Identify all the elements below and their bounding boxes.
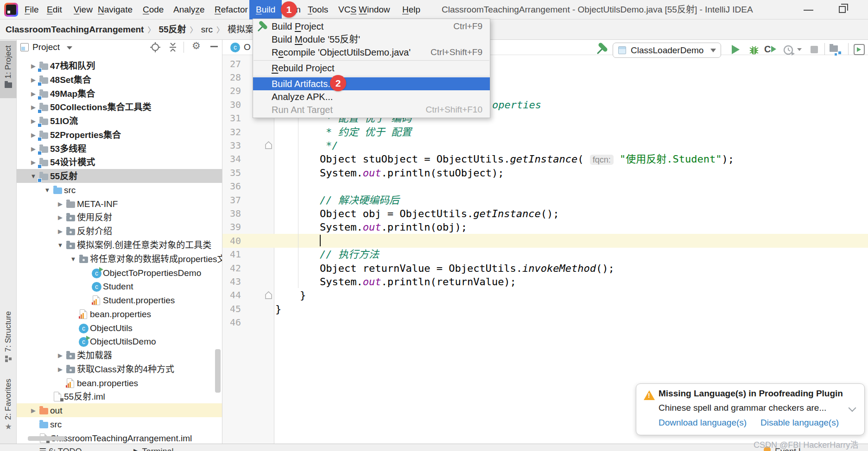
tree-item-将任意对象的数据转成properties文[interactable]: ▼将任意对象的数据转成properties文 <box>17 252 222 266</box>
tree-item-objecttopropertiesdemo[interactable]: cObjectToPropertiesDemo <box>17 266 222 280</box>
settings-gear-icon[interactable]: ⚙ <box>192 40 201 51</box>
tree-item-objectutilsdemo[interactable]: cObjectUtilsDemo <box>17 334 222 348</box>
tree-item-47栈和队列[interactable]: ▶47栈和队列 <box>17 59 222 73</box>
tree-item-53多线程[interactable]: ▶53多线程 <box>17 142 222 156</box>
sidebar-tab-favorites[interactable]: 2: Favorites ★ <box>0 379 17 436</box>
tree-expand-arrow[interactable]: ▶ <box>29 404 38 418</box>
tree-expand-arrow[interactable]: ▶ <box>29 59 38 73</box>
menu-item-recompile-objectutilsdemo-java[interactable]: Recompile 'ObjectUtilsDemo.java'Ctrl+Shi… <box>253 46 490 59</box>
tree-item-55反射[interactable]: ▼55反射 <box>17 169 222 183</box>
breadcrumb-item-classroomteachingarrangement[interactable]: ClassroomTeachingArrangement <box>6 25 144 34</box>
menu-item-build-module-55反射[interactable]: Build Module '55反射' <box>253 33 490 46</box>
run-tool-window-icon[interactable] <box>854 44 865 55</box>
code-fold-marker[interactable] <box>265 291 272 299</box>
tree-expand-arrow[interactable]: ▶ <box>56 211 65 225</box>
module-file-icon <box>52 392 64 402</box>
profiler-chevron-icon[interactable] <box>797 48 802 51</box>
tree-item-src[interactable]: src <box>17 417 222 431</box>
menu-view[interactable]: View <box>74 0 93 19</box>
tree-expand-arrow[interactable]: ▶ <box>29 156 38 169</box>
menu-edit[interactable]: Edit <box>47 0 62 19</box>
tree-expand-arrow[interactable]: ▶ <box>29 128 38 142</box>
tree-expand-arrow[interactable]: ▶ <box>29 100 38 114</box>
tree-item-label: 47栈和队列 <box>50 61 95 71</box>
menu-help[interactable]: Help <box>402 0 420 19</box>
tree-item-49map集合[interactable]: ▶49Map集合 <box>17 87 222 100</box>
sidebar-tab-structure[interactable]: 7: Structure <box>0 311 17 369</box>
debug-icon[interactable] <box>747 43 761 57</box>
tree-item-54设计模式[interactable]: ▶54设计模式 <box>17 155 222 169</box>
code-line-35: System.out.println(stuObject); <box>320 166 504 180</box>
tree-expand-arrow[interactable]: ▶ <box>29 114 38 128</box>
tree-item-bean-properties[interactable]: bean.properties <box>17 376 222 390</box>
download-languages-link[interactable]: Download language(s) <box>659 418 747 428</box>
menu-window[interactable]: Window <box>359 0 390 19</box>
sidebar-tab-project[interactable]: 1: Project <box>0 41 17 98</box>
menu-navigate[interactable]: Navigate <box>98 0 133 19</box>
tree-item-50collections集合工具类[interactable]: ▶50Collections集合工具类 <box>17 100 222 114</box>
tree-expand-arrow[interactable]: ▼ <box>56 238 65 252</box>
tree-expand-arrow[interactable]: ▶ <box>56 349 65 363</box>
menu-item-build-artifacts[interactable]: Build Artifacts... <box>253 77 490 90</box>
tree-item-bean-properties[interactable]: bean.properties <box>17 307 222 321</box>
tree-item-student[interactable]: cStudent <box>17 279 222 293</box>
expand-chevron-icon[interactable] <box>849 404 856 412</box>
profiler-icon[interactable] <box>782 44 795 56</box>
run-configuration-select[interactable]: ClassLoaderDemo <box>613 43 721 58</box>
locate-file-icon[interactable] <box>150 42 160 52</box>
tree-expand-arrow[interactable]: ▼ <box>43 183 52 197</box>
tree-item-objectutils[interactable]: cObjectUtils <box>17 321 222 335</box>
editor-tab-objectutilsdemo[interactable]: O <box>244 40 251 55</box>
terminal-tab[interactable]: ▶ Terminal <box>133 446 174 451</box>
tree-expand-arrow[interactable]: ▼ <box>29 169 38 183</box>
todo-tab[interactable]: ☰ 6: TODO <box>39 446 82 451</box>
hide-panel-icon[interactable] <box>210 41 218 47</box>
tree-expand-arrow[interactable]: ▶ <box>56 363 65 376</box>
menu-vcs[interactable]: VCS <box>338 0 356 19</box>
module-icon <box>38 157 50 168</box>
code-fold-marker[interactable] <box>265 141 272 149</box>
tree-item-反射介绍[interactable]: ▶反射介绍 <box>17 224 222 238</box>
menu-item-build-project[interactable]: Build ProjectCtrl+F9 <box>253 20 490 33</box>
menu-refactor[interactable]: Refactor <box>215 0 248 19</box>
tree-item-52properties集合[interactable]: ▶52Properties集合 <box>17 128 222 142</box>
menu-item-analyze-apk[interactable]: Analyze APK... <box>253 90 490 103</box>
menu-code[interactable]: Code <box>143 0 164 19</box>
tree-expand-arrow[interactable]: ▶ <box>29 73 38 87</box>
tree-item-student-properties[interactable]: Student.properties <box>17 293 222 307</box>
tree-expand-arrow[interactable]: ▶ <box>29 87 38 101</box>
run-button[interactable] <box>732 45 740 54</box>
run-with-coverage-icon[interactable]: C <box>764 44 776 55</box>
collapse-all-icon[interactable] <box>168 42 178 52</box>
tree-item-使用反射[interactable]: ▶使用反射 <box>17 210 222 224</box>
tree-item-48set集合[interactable]: ▶48Set集合 <box>17 73 222 87</box>
menu-build[interactable]: Build <box>249 0 282 19</box>
project-view-selector[interactable]: Project <box>32 40 60 55</box>
tree-expand-arrow[interactable]: ▼ <box>69 252 78 266</box>
tree-vertical-scrollbar[interactable] <box>215 349 221 393</box>
tree-item-获取class对象的4种方式[interactable]: ▶获取Class对象的4种方式 <box>17 362 222 376</box>
breadcrumb-item-src[interactable]: src <box>201 25 213 34</box>
tree-item-模拟案例-创建任意类对象的工具类[interactable]: ▼模拟案例.创建任意类对象的工具类 <box>17 238 222 252</box>
tree-item-51io流[interactable]: ▶51IO流 <box>17 114 222 128</box>
tree-item-out[interactable]: ▶out <box>17 403 222 417</box>
tree-item-src[interactable]: ▼src <box>17 183 222 197</box>
tree-item-类加载器[interactable]: ▶类加载器 <box>17 348 222 362</box>
minimize-button[interactable] <box>798 0 819 19</box>
tree-expand-arrow[interactable]: ▶ <box>56 225 65 238</box>
menu-file[interactable]: File <box>25 0 39 19</box>
tree-item-55反射-iml[interactable]: 55反射.iml <box>17 389 222 403</box>
menu-analyze[interactable]: Analyze <box>173 0 205 19</box>
breadcrumb-item-55反射[interactable]: 55反射 <box>158 25 186 34</box>
build-hammer-icon[interactable] <box>596 43 608 55</box>
menu-item-rebuild-project[interactable]: Rebuild Project <box>253 62 490 75</box>
project-panel-header: Project ⚙ <box>17 40 222 55</box>
project-structure-icon[interactable] <box>830 44 842 55</box>
tree-expand-arrow[interactable]: ▶ <box>56 197 65 211</box>
restore-button[interactable] <box>832 0 854 19</box>
disable-languages-link[interactable]: Disable language(s) <box>760 418 839 428</box>
tree-item-meta-inf[interactable]: ▶META-INF <box>17 197 222 211</box>
menu-tools[interactable]: Tools <box>308 0 328 19</box>
tree-expand-arrow[interactable]: ▶ <box>29 142 38 156</box>
tree-horizontal-scrollbar[interactable] <box>28 436 65 441</box>
